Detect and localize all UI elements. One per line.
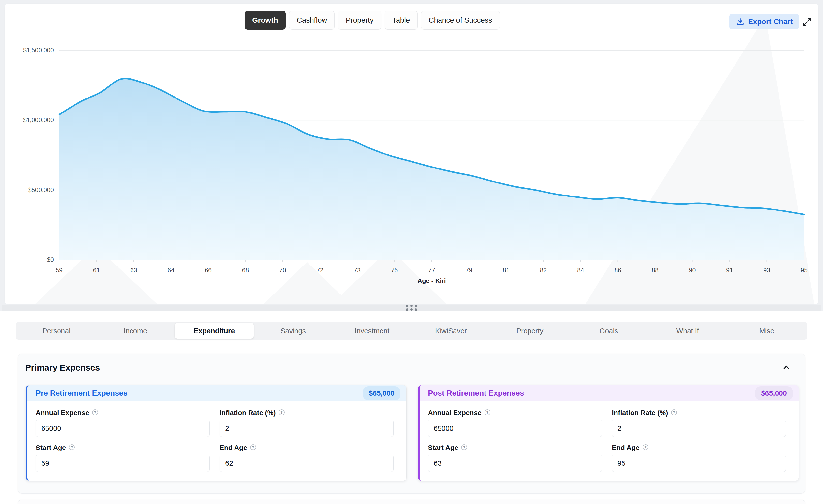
help-icon: ? [92,410,98,415]
field-label: End Age [612,444,640,452]
card-title: Pre Retirement Expenses [36,389,128,398]
x-tick-label: 82 [534,267,553,274]
card-header: Post Retirement Expenses $65,000 [420,386,799,401]
end-age-input[interactable] [219,455,393,472]
field-label: End Age [219,444,247,452]
tab-table[interactable]: Table [385,11,418,30]
chevron-up-icon [782,363,791,372]
annual-total-badge: $65,000 [755,387,793,400]
field-annual-expense: Annual Expense ? [428,409,602,437]
growth-chart: $0$500,000$1,000,000$1,500,000 596163646… [5,4,818,304]
x-tick-label: 93 [757,267,777,274]
field-label: Start Age [36,444,66,452]
annual-total-badge: $65,000 [363,387,400,400]
y-tick-label: $1,500,000 [5,47,54,54]
export-chart-label: Export Chart [748,17,793,26]
card-title: Post Retirement Expenses [428,389,524,398]
inflation-rate-input[interactable] [612,420,786,437]
tab-misc[interactable]: Misc [727,323,806,339]
y-tick-label: $0 [5,256,54,263]
x-tick-label: 84 [571,267,591,274]
tab-cashflow[interactable]: Cashflow [289,11,335,30]
tab-chance-of-success[interactable]: Chance of Success [421,11,500,30]
tab-savings[interactable]: Savings [254,323,333,339]
start-age-input[interactable] [428,455,602,472]
tab-personal[interactable]: Personal [17,323,96,339]
field-end-age: End Age ? [219,444,393,472]
section-title: Primary Expenses [25,363,100,372]
field-label: Annual Expense [428,409,482,417]
x-tick-label: 66 [198,267,218,274]
y-tick-label: $500,000 [5,187,54,194]
field-label: Inflation Rate (%) [219,409,276,417]
x-tick-label: 88 [645,267,665,274]
start-age-input[interactable] [36,455,210,472]
tab-what-if[interactable]: What If [648,323,727,339]
x-tick-label: 90 [683,267,702,274]
x-tick-label: 59 [49,267,69,274]
inflation-rate-input[interactable] [219,420,393,437]
download-icon [736,17,745,26]
help-icon: ? [69,444,75,450]
app-root: $0$500,000$1,000,000$1,500,000 596163646… [0,0,823,504]
help-icon: ? [461,444,467,450]
x-tick-label: 95 [794,267,814,274]
field-start-age: Start Age ? [428,444,602,472]
x-tick-label: 70 [273,267,293,274]
x-tick-label: 77 [422,267,442,274]
tab-property[interactable]: Property [338,11,381,30]
x-axis-title: Age - Kiri [59,277,804,285]
chart-view-tabs: Growth Cashflow Property Table Chance of… [5,11,740,30]
field-label: Start Age [428,444,458,452]
x-tick-label: 91 [720,267,739,274]
tab-investment[interactable]: Investment [333,323,412,339]
x-tick-label: 86 [608,267,628,274]
y-tick-label: $1,000,000 [5,116,54,123]
editor-panel: Personal Income Expenditure Savings Inve… [0,311,823,504]
field-label: Inflation Rate (%) [612,409,668,417]
tab-growth[interactable]: Growth [244,11,286,30]
next-section-card-edge [18,500,805,504]
tab-property[interactable]: Property [490,323,569,339]
x-tick-label: 64 [161,267,181,274]
collapse-section-button[interactable] [782,363,791,372]
export-chart-button[interactable]: Export Chart [729,14,799,29]
drag-dots-icon [406,304,417,311]
tab-expenditure[interactable]: Expenditure [175,323,254,339]
help-icon: ? [250,444,256,450]
card-fields: Annual Expense ? Inflation Rate (%) ? [27,401,406,472]
x-tick-label: 81 [496,267,516,274]
panel-resize-handle[interactable] [2,304,821,311]
x-tick-label: 79 [459,267,479,274]
x-tick-label: 63 [124,267,144,274]
field-start-age: Start Age ? [36,444,210,472]
growth-chart-svg [5,4,819,304]
x-tick-label: 75 [385,267,404,274]
expand-chart-button[interactable] [802,16,812,27]
help-icon: ? [485,410,490,415]
tab-kiwisaver[interactable]: KiwiSaver [412,323,490,339]
tab-goals[interactable]: Goals [569,323,648,339]
field-end-age: End Age ? [612,444,786,472]
card-fields: Annual Expense ? Inflation Rate (%) ? [420,401,799,472]
tab-income[interactable]: Income [96,323,175,339]
field-inflation-rate: Inflation Rate (%) ? [612,409,786,437]
x-tick-label: 68 [236,267,256,274]
primary-expenses-section: Primary Expenses Pre Retirement Expenses… [18,354,805,494]
help-icon: ? [671,410,677,415]
field-annual-expense: Annual Expense ? [36,409,210,437]
pre-retirement-expenses-card: Pre Retirement Expenses $65,000 Annual E… [26,386,406,481]
end-age-input[interactable] [612,455,786,472]
annual-expense-input[interactable] [36,420,210,437]
field-inflation-rate: Inflation Rate (%) ? [219,409,393,437]
annual-expense-input[interactable] [428,420,602,437]
x-tick-label: 73 [347,267,367,274]
field-label: Annual Expense [36,409,89,417]
expand-arrows-icon [802,16,812,27]
x-tick-label: 61 [87,267,107,274]
x-tick-label: 72 [310,267,330,274]
editor-category-tabs: Personal Income Expenditure Savings Inve… [16,322,807,340]
chart-panel: $0$500,000$1,000,000$1,500,000 596163646… [4,3,819,304]
post-retirement-expenses-card: Post Retirement Expenses $65,000 Annual … [418,386,799,481]
card-header: Pre Retirement Expenses $65,000 [27,386,406,401]
